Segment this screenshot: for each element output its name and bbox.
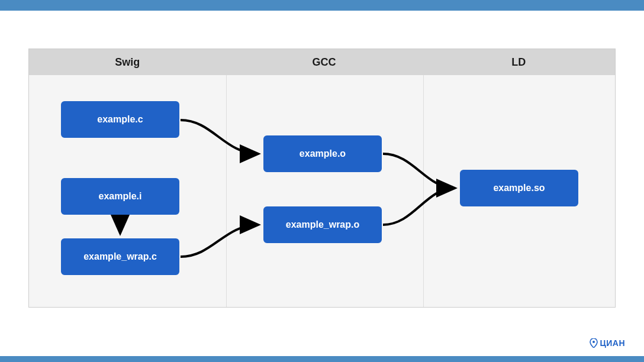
diagram-body: example.c example.i example_wrap.c examp… <box>29 75 615 307</box>
arrow-o-to-so <box>383 154 455 188</box>
node-example-so: example.so <box>460 170 578 206</box>
node-example-c: example.c <box>61 101 179 138</box>
top-bar <box>0 0 644 11</box>
node-example-wrap-c: example_wrap.c <box>61 238 179 275</box>
svg-point-0 <box>593 341 595 343</box>
logo: ЦИАН <box>590 338 625 348</box>
bottom-bar <box>0 356 644 362</box>
diagram-frame: Swig GCC LD example.c example.i example_… <box>28 49 616 308</box>
column-header-gcc: GCC <box>226 49 422 75</box>
column-header-ld: LD <box>423 49 615 75</box>
logo-text: ЦИАН <box>600 338 625 348</box>
node-example-wrap-o: example_wrap.o <box>263 206 382 243</box>
pin-icon <box>590 338 598 348</box>
arrow-wrap-c-to-wrap-o <box>181 225 259 257</box>
arrow-wrap-o-to-so <box>383 188 455 225</box>
column-header-swig: Swig <box>29 49 226 75</box>
column-header-row: Swig GCC LD <box>29 49 615 75</box>
node-example-o: example.o <box>263 135 382 172</box>
node-example-i: example.i <box>61 178 179 215</box>
column-separator <box>423 75 424 307</box>
column-separator <box>226 75 227 307</box>
arrow-c-to-o <box>181 120 259 154</box>
